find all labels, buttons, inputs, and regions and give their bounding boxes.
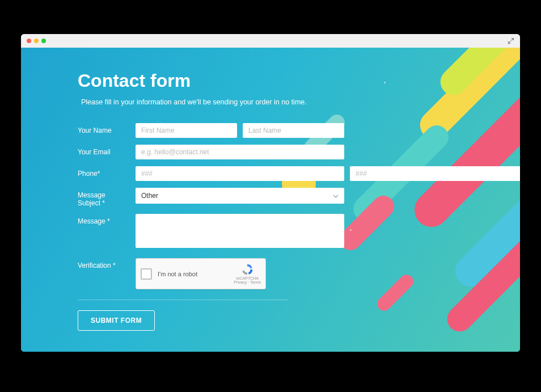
field-row-verification: Verification * I'm not a robot reCAPTCHA: [78, 258, 344, 289]
last-name-input[interactable]: [243, 123, 344, 138]
recaptcha-checkbox[interactable]: [141, 268, 152, 280]
message-textarea[interactable]: [136, 214, 344, 248]
form-divider: [78, 300, 288, 300]
field-row-name: Your Name: [78, 123, 344, 138]
page-title: Contact form: [78, 70, 344, 91]
subject-select[interactable]: Other: [136, 188, 344, 204]
phone-label: Phone*: [78, 166, 130, 178]
submit-button[interactable]: SUBMIT FORM: [78, 310, 155, 331]
field-row-subject: Message Subject * Other: [78, 188, 344, 207]
verification-label: Verification *: [78, 258, 130, 269]
page-subtitle: Please fill in your information and we'l…: [78, 98, 344, 106]
subject-label: Message Subject *: [78, 188, 130, 207]
field-row-phone: Phone*: [78, 166, 344, 181]
first-name-input[interactable]: [136, 123, 237, 138]
browser-window: Contact form Please fill in your informa…: [21, 34, 520, 352]
close-window-icon[interactable]: [27, 39, 31, 43]
window-controls: [27, 39, 46, 43]
phone-area-input[interactable]: [136, 166, 344, 181]
recaptcha-badge: reCAPTCHA Privacy · Terms: [234, 263, 261, 284]
page-viewport: Contact form Please fill in your informa…: [21, 48, 520, 352]
phone-prefix-input[interactable]: [350, 166, 520, 181]
expand-icon[interactable]: [508, 37, 514, 44]
subject-selected-value: Other: [141, 192, 158, 200]
recaptcha-icon: [241, 263, 253, 276]
recaptcha-widget[interactable]: I'm not a robot reCAPTCHA Privacy · Term…: [136, 258, 266, 289]
email-label: Your Email: [78, 145, 130, 156]
chevron-down-icon: [333, 193, 339, 199]
field-row-message: Message *: [78, 214, 344, 248]
contact-form: Contact form Please fill in your informa…: [78, 70, 344, 331]
email-input[interactable]: [136, 145, 344, 159]
recaptcha-text: I'm not a robot: [158, 271, 228, 277]
name-label: Your Name: [78, 123, 130, 134]
minimize-window-icon[interactable]: [34, 39, 39, 43]
window-titlebar: [21, 34, 520, 48]
message-label: Message *: [78, 214, 130, 225]
maximize-window-icon[interactable]: [41, 39, 46, 43]
field-row-email: Your Email: [78, 145, 344, 159]
